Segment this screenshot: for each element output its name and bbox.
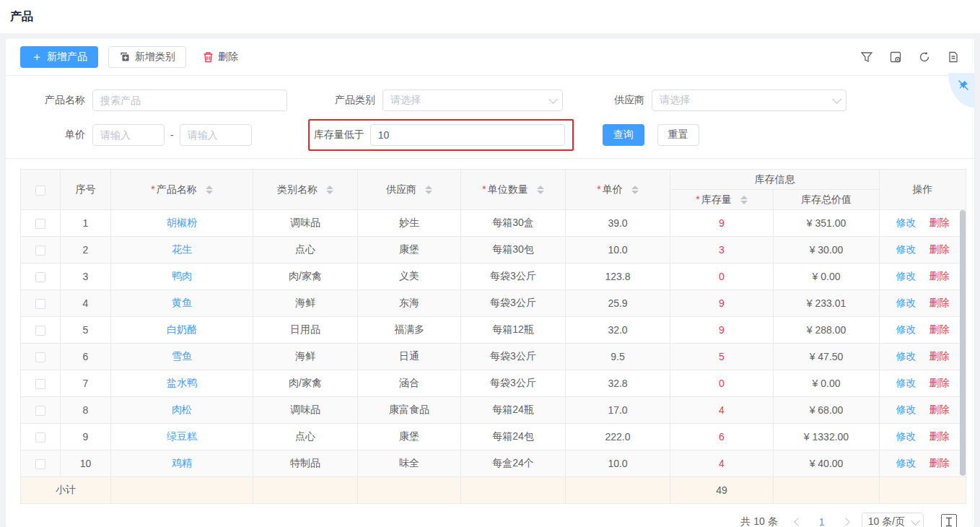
select-all-checkbox[interactable] (35, 186, 45, 196)
cell-stock-value: ¥ 68.00 (774, 397, 880, 424)
sort-icon[interactable] (631, 186, 639, 194)
chevron-down-icon (911, 516, 920, 526)
header-price[interactable]: *单价 (566, 170, 670, 210)
edit-row-button[interactable]: 修改 (896, 350, 916, 362)
delete-row-button[interactable]: 删除 (929, 404, 950, 415)
reset-button[interactable]: 重置 (657, 124, 699, 146)
refresh-icon[interactable] (918, 51, 931, 64)
header-unit-qty[interactable]: *单位数量 (461, 170, 566, 210)
delete-row-button[interactable]: 删除 (929, 430, 950, 442)
table-scrollbar[interactable] (960, 210, 966, 476)
sort-icon[interactable] (740, 196, 748, 204)
cell-category: 点心 (253, 424, 358, 450)
delete-row-button[interactable]: 删除 (929, 457, 950, 469)
row-checkbox[interactable] (35, 379, 45, 389)
top-title-bar: 产品 (0, 0, 980, 33)
edit-row-button[interactable]: 修改 (896, 377, 916, 388)
cell-product-name: 白奶酪 (111, 317, 253, 344)
toolbar: ＋ 新增产品 新增类别 删除 (6, 39, 974, 76)
delete-row-button[interactable]: 删除 (929, 323, 950, 335)
row-checkbox[interactable] (35, 459, 45, 469)
header-stock[interactable]: *库存量 (670, 190, 774, 210)
chevron-down-icon (832, 95, 841, 104)
edit-row-button[interactable]: 修改 (896, 404, 916, 415)
cell-category: 特制品 (253, 450, 358, 477)
page-number[interactable]: 1 (814, 516, 830, 527)
row-checkbox[interactable] (35, 326, 45, 336)
header-checkbox-cell (21, 170, 61, 210)
page-size-select[interactable]: 10 条/页 (862, 513, 924, 527)
product-name-link[interactable]: 花生 (172, 243, 192, 255)
delete-row-button[interactable]: 删除 (929, 243, 950, 255)
table-height-toggle-button[interactable] (941, 514, 957, 527)
cell-stock: 9 (670, 210, 774, 237)
cell-price: 10.0 (566, 450, 670, 477)
cell-price: 222.0 (566, 424, 670, 450)
cell-unit-qty: 每袋3公斤 (461, 264, 566, 290)
supplier-select[interactable]: 请选择 (652, 90, 846, 111)
product-name-link[interactable]: 绿豆糕 (167, 430, 197, 442)
row-checkbox[interactable] (35, 245, 45, 256)
stock-below-input[interactable] (378, 129, 557, 141)
next-page-button[interactable] (837, 513, 854, 527)
sort-icon[interactable] (425, 186, 432, 194)
row-checkbox[interactable] (35, 352, 45, 362)
product-name-link[interactable]: 鸭肉 (172, 270, 192, 282)
product-name-input[interactable] (100, 95, 279, 106)
header-supplier[interactable]: 供应商 (358, 170, 461, 210)
document-icon[interactable] (947, 51, 960, 64)
product-name-link[interactable]: 胡椒粉 (167, 217, 197, 228)
header-product-name[interactable]: *产品名称 (111, 170, 253, 210)
cell-supplier: 东海 (358, 290, 461, 317)
row-checkbox[interactable] (35, 272, 45, 282)
price-max-input[interactable] (188, 129, 244, 141)
delete-row-button[interactable]: 删除 (929, 377, 950, 388)
product-name-link[interactable]: 白奶酪 (167, 323, 197, 335)
unpin-icon[interactable] (957, 79, 970, 92)
row-checkbox[interactable] (35, 406, 45, 416)
cell-unit-qty: 每袋3公斤 (461, 370, 566, 397)
edit-row-button[interactable]: 修改 (896, 217, 916, 228)
category-select[interactable]: 请选择 (382, 90, 563, 111)
cell-actions: 修改删除 (880, 237, 966, 264)
edit-row-button[interactable]: 修改 (896, 297, 916, 308)
edit-row-button[interactable]: 修改 (896, 430, 916, 442)
delete-button[interactable]: 删除 (195, 46, 246, 68)
cell-actions: 修改删除 (880, 424, 966, 450)
sort-icon[interactable] (206, 186, 213, 194)
edit-row-button[interactable]: 修改 (896, 243, 916, 255)
cell-unit-qty: 每箱24包 (461, 424, 566, 450)
price-range-separator: - (170, 129, 174, 141)
product-name-link[interactable]: 盐水鸭 (167, 377, 197, 388)
search-button[interactable]: 查询 (603, 124, 644, 146)
edit-row-button[interactable]: 修改 (896, 457, 916, 469)
delete-row-button[interactable]: 删除 (929, 217, 950, 228)
add-product-button[interactable]: ＋ 新增产品 (20, 46, 98, 68)
prev-page-button[interactable] (789, 513, 807, 527)
price-min-input[interactable] (100, 129, 157, 141)
delete-row-button[interactable]: 删除 (929, 297, 950, 308)
sort-icon[interactable] (326, 186, 333, 194)
cell-stock: 3 (670, 237, 774, 264)
edit-row-button[interactable]: 修改 (896, 270, 916, 282)
cell-stock-value: ¥ 288.00 (774, 317, 880, 344)
add-category-button[interactable]: 新增类别 (108, 46, 186, 68)
row-checkbox[interactable] (35, 299, 45, 309)
row-checkbox[interactable] (35, 432, 45, 443)
product-name-link[interactable]: 黄鱼 (172, 297, 192, 308)
sort-icon[interactable] (537, 186, 544, 194)
annotation-highlight-box: 库存量低于 (308, 119, 574, 151)
cell-unit-qty: 每箱30盒 (461, 210, 566, 237)
product-name-link[interactable]: 雪鱼 (172, 350, 192, 362)
product-name-link[interactable]: 鸡精 (172, 457, 192, 469)
table-body: 1胡椒粉调味品妙生每箱30盒39.09¥ 351.00修改删除2花生点心康堡每箱… (21, 210, 966, 504)
delete-row-button[interactable]: 删除 (929, 350, 950, 362)
delete-row-button[interactable]: 删除 (929, 270, 950, 282)
filter-icon[interactable] (860, 51, 873, 64)
header-category[interactable]: 类别名称 (253, 170, 358, 210)
cell-supplier: 康堡 (358, 237, 461, 264)
preview-icon[interactable] (889, 51, 902, 64)
row-checkbox[interactable] (35, 219, 45, 229)
product-name-link[interactable]: 肉松 (172, 404, 192, 415)
edit-row-button[interactable]: 修改 (896, 323, 916, 335)
